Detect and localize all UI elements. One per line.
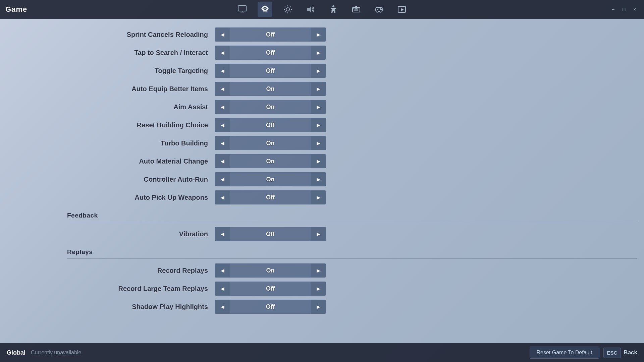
setting-label-toggle-targeting: Toggle Targeting: [67, 67, 215, 75]
arrow-right-sprint-cancels-reloading[interactable]: ▶: [311, 27, 326, 42]
setting-control-turbo-building: ◀On▶: [215, 136, 326, 150]
setting-label-record-large-team-replays: Record Large Team Replays: [67, 285, 215, 293]
nav-icon-brightness[interactable]: [280, 2, 295, 17]
setting-label-sprint-cancels-reloading: Sprint Cancels Reloading: [67, 31, 215, 39]
arrow-right-reset-building-choice[interactable]: ▶: [311, 118, 326, 132]
nav-icon-input[interactable]: [349, 2, 364, 17]
nav-icons: [235, 2, 409, 17]
value-display-record-replays: On: [230, 263, 311, 278]
arrow-left-aim-assist[interactable]: ◀: [215, 100, 230, 114]
setting-row-record-large-team-replays: Record Large Team Replays◀Off▶: [67, 280, 644, 298]
svg-line-12: [285, 11, 286, 12]
value-display-aim-assist: On: [230, 100, 311, 114]
nav-icon-display[interactable]: [235, 2, 250, 17]
arrow-left-auto-equip-better-items[interactable]: ◀: [215, 82, 230, 96]
setting-label-auto-equip-better-items: Auto Equip Better Items: [67, 85, 215, 93]
setting-row-toggle-targeting: Toggle Targeting◀Off▶: [67, 62, 644, 80]
arrow-left-record-large-team-replays[interactable]: ◀: [215, 282, 230, 296]
nav-icon-controller[interactable]: [372, 2, 386, 17]
arrow-right-record-replays[interactable]: ▶: [311, 263, 326, 278]
setting-control-controller-auto-run: ◀On▶: [215, 172, 326, 186]
value-display-toggle-targeting: Off: [230, 64, 311, 78]
svg-line-11: [290, 7, 290, 7]
svg-line-9: [285, 7, 286, 7]
svg-point-23: [380, 9, 381, 9]
nav-icon-game-settings[interactable]: [258, 2, 272, 17]
maximize-button[interactable]: □: [620, 5, 628, 13]
arrow-right-tap-to-search-interact[interactable]: ▶: [311, 46, 326, 60]
arrow-left-auto-material-change[interactable]: ◀: [215, 154, 230, 168]
setting-row-aim-assist: Aim Assist◀On▶: [67, 98, 644, 116]
svg-rect-0: [238, 6, 246, 11]
setting-row-auto-equip-better-items: Auto Equip Better Items◀On▶: [67, 80, 644, 98]
unavailable-text: Currently unavailable.: [31, 350, 83, 356]
svg-point-14: [332, 5, 334, 7]
setting-control-record-large-team-replays: ◀Off▶: [215, 282, 326, 296]
esc-back-button[interactable]: ESC Back: [603, 348, 637, 358]
close-button[interactable]: ×: [631, 5, 639, 13]
arrow-right-vibration[interactable]: ▶: [311, 227, 326, 241]
arrow-left-auto-pick-up-weapons[interactable]: ◀: [215, 190, 230, 204]
setting-control-reset-building-choice: ◀Off▶: [215, 118, 326, 132]
bottom-bar: Global Currently unavailable. Reset Game…: [0, 343, 644, 362]
section-header-replays: Replays: [67, 243, 644, 257]
value-display-auto-equip-better-items: On: [230, 82, 311, 96]
value-display-auto-material-change: On: [230, 154, 311, 168]
value-display-sprint-cancels-reloading: Off: [230, 27, 311, 42]
arrow-left-record-replays[interactable]: ◀: [215, 263, 230, 278]
setting-label-auto-pick-up-weapons: Auto Pick Up Weapons: [67, 194, 215, 201]
arrow-right-turbo-building[interactable]: ▶: [311, 136, 326, 150]
minimize-button[interactable]: −: [609, 5, 617, 13]
setting-row-record-replays: Record Replays◀On▶: [67, 261, 644, 280]
setting-label-controller-auto-run: Controller Auto-Run: [67, 176, 215, 183]
svg-point-24: [381, 9, 382, 10]
nav-icon-accessibility[interactable]: [326, 2, 341, 17]
bottom-right: Reset Game To Default ESC Back: [530, 347, 638, 359]
arrow-left-tap-to-search-interact[interactable]: ◀: [215, 46, 230, 60]
setting-control-tap-to-search-interact: ◀Off▶: [215, 46, 326, 60]
nav-icon-audio[interactable]: [303, 2, 318, 17]
setting-row-auto-pick-up-weapons: Auto Pick Up Weapons◀Off▶: [67, 188, 644, 206]
setting-label-record-replays: Record Replays: [67, 267, 215, 275]
setting-label-auto-material-change: Auto Material Change: [67, 158, 215, 165]
value-display-auto-pick-up-weapons: Off: [230, 190, 311, 204]
arrow-right-record-large-team-replays[interactable]: ▶: [311, 282, 326, 296]
arrow-left-sprint-cancels-reloading[interactable]: ◀: [215, 27, 230, 42]
setting-control-aim-assist: ◀On▶: [215, 100, 326, 114]
arrow-right-auto-equip-better-items[interactable]: ▶: [311, 82, 326, 96]
setting-label-vibration: Vibration: [67, 230, 215, 238]
setting-control-vibration: ◀Off▶: [215, 227, 326, 241]
setting-row-sprint-cancels-reloading: Sprint Cancels Reloading◀Off▶: [67, 25, 644, 44]
arrow-left-reset-building-choice[interactable]: ◀: [215, 118, 230, 132]
setting-label-tap-to-search-interact: Tap to Search / Interact: [67, 49, 215, 57]
settings-panel: Sprint Cancels Reloading◀Off▶Tap to Sear…: [0, 19, 644, 343]
setting-control-shadow-play-highlights: ◀Off▶: [215, 300, 326, 314]
arrow-right-controller-auto-run[interactable]: ▶: [311, 172, 326, 186]
back-label: Back: [624, 349, 637, 356]
arrow-right-auto-pick-up-weapons[interactable]: ▶: [311, 190, 326, 204]
arrow-left-toggle-targeting[interactable]: ◀: [215, 64, 230, 78]
nav-icon-replay[interactable]: [394, 2, 409, 17]
arrow-right-aim-assist[interactable]: ▶: [311, 100, 326, 114]
global-label: Global: [7, 349, 25, 356]
bottom-left: Global Currently unavailable.: [7, 349, 83, 356]
svg-marker-26: [401, 8, 404, 11]
arrow-right-shadow-play-highlights[interactable]: ▶: [311, 300, 326, 314]
value-display-turbo-building: On: [230, 136, 311, 150]
value-display-shadow-play-highlights: Off: [230, 300, 311, 314]
setting-control-auto-material-change: ◀On▶: [215, 154, 326, 168]
setting-row-controller-auto-run: Controller Auto-Run◀On▶: [67, 170, 644, 188]
main-content: Sprint Cancels Reloading◀Off▶Tap to Sear…: [0, 19, 644, 343]
setting-row-shadow-play-highlights: Shadow Play Highlights◀Off▶: [67, 298, 644, 316]
setting-label-aim-assist: Aim Assist: [67, 103, 215, 111]
arrow-right-auto-material-change[interactable]: ▶: [311, 154, 326, 168]
reset-game-default-button[interactable]: Reset Game To Default: [530, 347, 599, 359]
arrow-left-shadow-play-highlights[interactable]: ◀: [215, 300, 230, 314]
value-display-record-large-team-replays: Off: [230, 282, 311, 296]
arrow-left-vibration[interactable]: ◀: [215, 227, 230, 241]
setting-row-turbo-building: Turbo Building◀On▶: [67, 134, 644, 152]
arrow-left-turbo-building[interactable]: ◀: [215, 136, 230, 150]
arrow-right-toggle-targeting[interactable]: ▶: [311, 64, 326, 78]
section-divider-feedback: [67, 222, 637, 222]
arrow-left-controller-auto-run[interactable]: ◀: [215, 172, 230, 186]
